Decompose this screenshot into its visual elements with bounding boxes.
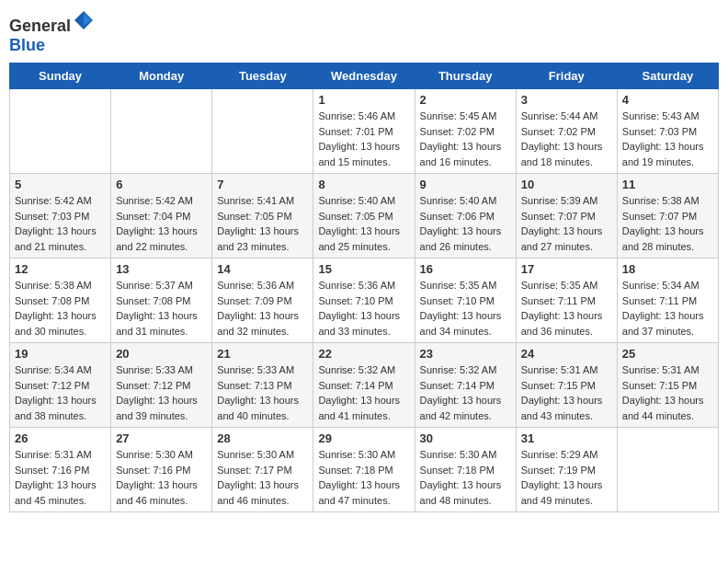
day-of-week-tuesday: Tuesday [212, 63, 313, 89]
day-number: 27 [116, 431, 207, 445]
day-number: 22 [318, 347, 409, 361]
cell-content: Sunrise: 5:30 AMSunset: 7:18 PMDaylight:… [318, 447, 409, 508]
calendar-cell [617, 428, 718, 512]
sunset: Sunset: 7:15 PM [521, 380, 596, 391]
daylight: Daylight: 13 hours and 21 minutes. [15, 225, 97, 252]
day-of-week-wednesday: Wednesday [313, 63, 415, 89]
logo-blue: Blue [9, 36, 45, 54]
sunrise: Sunrise: 5:35 AM [420, 280, 497, 291]
sunset: Sunset: 7:04 PM [116, 211, 190, 222]
cell-content: Sunrise: 5:34 AMSunset: 7:11 PMDaylight:… [622, 278, 713, 339]
cell-content: Sunrise: 5:45 AMSunset: 7:02 PMDaylight:… [420, 109, 511, 169]
calendar-cell: 18Sunrise: 5:34 AMSunset: 7:11 PMDayligh… [617, 259, 718, 343]
cell-content: Sunrise: 5:30 AMSunset: 7:18 PMDaylight:… [420, 447, 511, 508]
sunset: Sunset: 7:14 PM [318, 380, 392, 391]
daylight: Daylight: 13 hours and 15 minutes. [318, 141, 400, 167]
sunset: Sunset: 7:15 PM [622, 380, 697, 391]
day-number: 11 [622, 178, 713, 191]
daylight: Daylight: 13 hours and 27 minutes. [521, 225, 603, 252]
calendar-cell: 10Sunrise: 5:39 AMSunset: 7:07 PMDayligh… [516, 174, 617, 259]
calendar-cell: 20Sunrise: 5:33 AMSunset: 7:12 PMDayligh… [111, 343, 212, 428]
calendar-cell: 24Sunrise: 5:31 AMSunset: 7:15 PMDayligh… [516, 343, 617, 428]
day-number: 7 [217, 178, 308, 191]
day-number: 31 [521, 431, 612, 445]
day-number: 15 [318, 262, 409, 276]
day-number: 18 [622, 262, 713, 276]
sunrise: Sunrise: 5:33 AM [217, 364, 294, 375]
sunrise: Sunrise: 5:40 AM [420, 195, 497, 206]
sunrise: Sunrise: 5:33 AM [116, 364, 193, 375]
daylight: Daylight: 13 hours and 30 minutes. [15, 310, 97, 337]
week-row-5: 26Sunrise: 5:31 AMSunset: 7:16 PMDayligh… [10, 428, 719, 512]
sunrise: Sunrise: 5:42 AM [116, 195, 193, 206]
day-of-week-saturday: Saturday [617, 63, 718, 89]
sunset: Sunset: 7:12 PM [116, 380, 190, 391]
daylight: Daylight: 13 hours and 44 minutes. [622, 395, 704, 421]
cell-content: Sunrise: 5:44 AMSunset: 7:02 PMDaylight:… [521, 109, 612, 169]
sunrise: Sunrise: 5:43 AM [622, 110, 700, 121]
day-number: 10 [521, 178, 612, 191]
calendar-cell: 14Sunrise: 5:36 AMSunset: 7:09 PMDayligh… [212, 259, 313, 343]
sunrise: Sunrise: 5:45 AM [420, 110, 497, 121]
daylight: Daylight: 13 hours and 31 minutes. [116, 310, 198, 337]
cell-content: Sunrise: 5:40 AMSunset: 7:05 PMDaylight:… [318, 193, 409, 254]
sunrise: Sunrise: 5:31 AM [521, 364, 598, 375]
page-header: General Blue [9, 9, 719, 55]
calendar-cell: 3Sunrise: 5:44 AMSunset: 7:02 PMDaylight… [516, 89, 617, 174]
day-number: 26 [15, 431, 106, 445]
sunrise: Sunrise: 5:35 AM [521, 280, 598, 291]
calendar-cell: 15Sunrise: 5:36 AMSunset: 7:10 PMDayligh… [313, 259, 415, 343]
cell-content: Sunrise: 5:33 AMSunset: 7:12 PMDaylight:… [116, 362, 207, 423]
day-of-week-sunday: Sunday [10, 63, 111, 89]
sunrise: Sunrise: 5:44 AM [521, 110, 598, 121]
calendar-cell: 22Sunrise: 5:32 AMSunset: 7:14 PMDayligh… [313, 343, 415, 428]
cell-content: Sunrise: 5:41 AMSunset: 7:05 PMDaylight:… [217, 193, 308, 254]
cell-content: Sunrise: 5:42 AMSunset: 7:04 PMDaylight:… [116, 193, 207, 254]
calendar-cell: 17Sunrise: 5:35 AMSunset: 7:11 PMDayligh… [516, 259, 617, 343]
cell-content: Sunrise: 5:43 AMSunset: 7:03 PMDaylight:… [622, 109, 713, 169]
day-number: 9 [420, 178, 511, 191]
daylight: Daylight: 13 hours and 22 minutes. [116, 225, 198, 252]
day-number: 21 [217, 347, 308, 361]
sunset: Sunset: 7:10 PM [318, 295, 392, 306]
logo-icon [73, 9, 95, 31]
daylight: Daylight: 13 hours and 18 minutes. [521, 141, 603, 167]
daylight: Daylight: 13 hours and 48 minutes. [420, 479, 502, 506]
daylight: Daylight: 13 hours and 49 minutes. [521, 479, 603, 506]
calendar-table: SundayMondayTuesdayWednesdayThursdayFrid… [9, 63, 719, 512]
day-number: 16 [420, 262, 511, 276]
cell-content: Sunrise: 5:38 AMSunset: 7:07 PMDaylight:… [622, 193, 713, 254]
sunrise: Sunrise: 5:39 AM [521, 195, 598, 206]
cell-content: Sunrise: 5:34 AMSunset: 7:12 PMDaylight:… [15, 362, 106, 423]
daylight: Daylight: 13 hours and 33 minutes. [318, 310, 400, 337]
calendar-cell: 12Sunrise: 5:38 AMSunset: 7:08 PMDayligh… [10, 259, 111, 343]
day-of-week-monday: Monday [111, 63, 212, 89]
sunrise: Sunrise: 5:38 AM [622, 195, 700, 206]
sunrise: Sunrise: 5:32 AM [420, 364, 497, 375]
sunset: Sunset: 7:18 PM [318, 465, 392, 476]
day-number: 5 [15, 178, 106, 191]
sunrise: Sunrise: 5:30 AM [217, 449, 294, 460]
sunset: Sunset: 7:02 PM [420, 126, 495, 137]
calendar-cell: 31Sunrise: 5:29 AMSunset: 7:19 PMDayligh… [516, 428, 617, 512]
daylight: Daylight: 13 hours and 26 minutes. [420, 225, 502, 252]
cell-content: Sunrise: 5:42 AMSunset: 7:03 PMDaylight:… [15, 193, 106, 254]
calendar-cell: 23Sunrise: 5:32 AMSunset: 7:14 PMDayligh… [415, 343, 516, 428]
sunrise: Sunrise: 5:30 AM [420, 449, 497, 460]
logo: General Blue [9, 9, 95, 55]
daylight: Daylight: 13 hours and 46 minutes. [217, 479, 299, 506]
calendar-cell: 29Sunrise: 5:30 AMSunset: 7:18 PMDayligh… [313, 428, 415, 512]
daylight: Daylight: 13 hours and 34 minutes. [420, 310, 502, 337]
sunset: Sunset: 7:03 PM [622, 126, 697, 137]
sunrise: Sunrise: 5:34 AM [622, 280, 700, 291]
daylight: Daylight: 13 hours and 39 minutes. [116, 395, 198, 421]
sunset: Sunset: 7:02 PM [521, 126, 596, 137]
sunrise: Sunrise: 5:32 AM [318, 364, 395, 375]
sunrise: Sunrise: 5:30 AM [116, 449, 193, 460]
calendar-cell: 28Sunrise: 5:30 AMSunset: 7:17 PMDayligh… [212, 428, 313, 512]
calendar-cell: 16Sunrise: 5:35 AMSunset: 7:10 PMDayligh… [415, 259, 516, 343]
day-number: 2 [420, 93, 511, 107]
sunrise: Sunrise: 5:36 AM [217, 280, 294, 291]
sunrise: Sunrise: 5:31 AM [15, 449, 92, 460]
sunset: Sunset: 7:16 PM [116, 465, 190, 476]
